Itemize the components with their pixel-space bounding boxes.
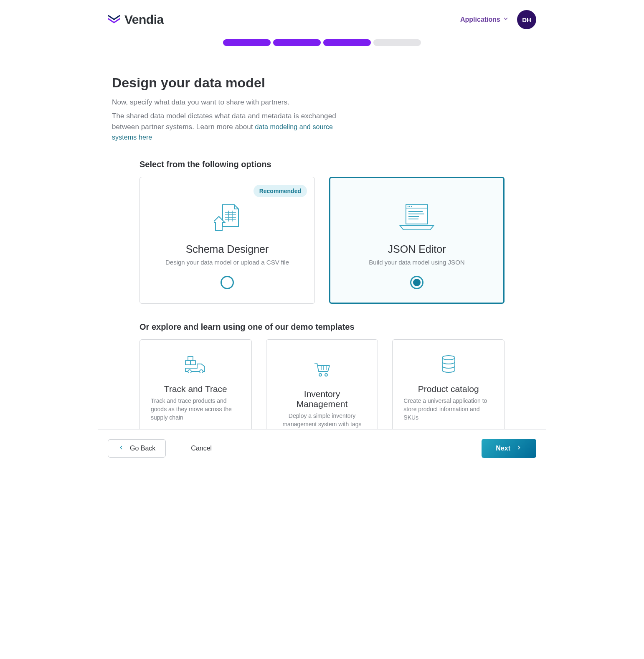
page-title: Design your data model <box>112 75 532 91</box>
chevron-down-icon <box>503 16 509 23</box>
app-header: Vendia Applications DH <box>98 0 546 39</box>
template-card-title: Inventory Management <box>277 389 367 409</box>
svg-rect-16 <box>185 361 190 365</box>
svg-point-19 <box>200 370 203 373</box>
next-label: Next <box>496 445 510 452</box>
svg-point-24 <box>325 374 327 376</box>
recommended-badge: Recommended <box>254 185 307 197</box>
applications-dropdown-label: Applications <box>460 16 500 23</box>
svg-point-8 <box>408 206 408 206</box>
applications-dropdown[interactable]: Applications <box>460 16 509 23</box>
progress-step-3 <box>323 39 371 46</box>
templates-section-title: Or explore and learn using one of our de… <box>139 322 505 332</box>
svg-point-23 <box>319 374 322 376</box>
code-editor-icon <box>398 203 435 232</box>
progress-step-4 <box>373 39 421 46</box>
truck-icon <box>185 355 206 374</box>
chevron-left-icon <box>118 445 124 452</box>
brand-logo[interactable]: Vendia <box>108 13 164 27</box>
option-card-desc: Design your data model or upload a CSV f… <box>165 259 289 266</box>
progress-steps <box>98 39 546 50</box>
file-upload-icon <box>214 203 240 232</box>
avatar[interactable]: DH <box>517 10 536 29</box>
go-back-button[interactable]: Go Back <box>108 439 166 458</box>
option-card-title: JSON Editor <box>388 243 446 255</box>
page-subtitle-2: The shared data model dictates what data… <box>112 111 354 143</box>
template-card-desc: Deploy a simple inventory management sys… <box>277 412 367 429</box>
radio-checked-icon[interactable] <box>410 276 423 289</box>
svg-rect-17 <box>190 361 195 365</box>
shopping-cart-icon <box>314 360 330 379</box>
svg-rect-15 <box>188 356 193 361</box>
chevron-right-icon <box>516 445 522 452</box>
svg-point-25 <box>442 356 455 360</box>
header-right: Applications DH <box>460 10 536 29</box>
progress-step-2 <box>273 39 321 46</box>
footer-bar: Go Back Cancel Next <box>98 429 546 468</box>
option-card-json-editor[interactable]: JSON Editor Build your data model using … <box>329 177 505 304</box>
svg-point-18 <box>188 370 191 373</box>
go-back-label: Go Back <box>130 445 155 452</box>
page-subtitle-1: Now, specify what data you want to share… <box>112 98 532 107</box>
options-section-title: Select from the following options <box>139 160 505 169</box>
template-card-title: Product catalog <box>418 384 479 394</box>
progress-step-1 <box>223 39 271 46</box>
option-card-desc: Build your data model using JSON <box>369 259 464 266</box>
database-icon <box>441 355 456 374</box>
brand-name: Vendia <box>124 13 164 27</box>
option-card-title: Schema Designer <box>186 243 269 255</box>
option-card-schema-designer[interactable]: Recommended Schema Designer <box>139 177 315 304</box>
svg-point-10 <box>411 206 412 206</box>
template-card-desc: Track and trace products and goods as th… <box>151 397 241 422</box>
radio-unchecked-icon[interactable] <box>221 276 234 289</box>
next-button[interactable]: Next <box>482 439 536 458</box>
template-card-title: Track and Trace <box>164 384 227 394</box>
cancel-button[interactable]: Cancel <box>191 445 212 452</box>
brand-logo-icon <box>108 14 120 25</box>
svg-point-9 <box>409 206 410 206</box>
template-card-desc: Create a universal application to store … <box>403 397 493 422</box>
